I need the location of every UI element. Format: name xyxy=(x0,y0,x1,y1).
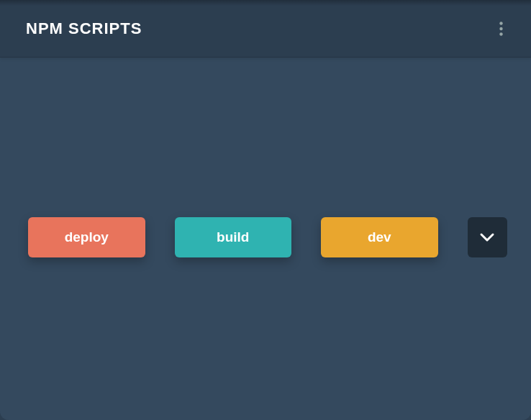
panel-title: NPM SCRIPTS xyxy=(26,19,142,38)
expand-scripts-button[interactable] xyxy=(468,217,507,257)
panel-header: NPM SCRIPTS xyxy=(0,0,531,58)
chevron-down-icon xyxy=(479,232,495,242)
svg-point-1 xyxy=(499,27,502,29)
panel-content: deploy build dev xyxy=(0,58,531,420)
npm-scripts-panel: NPM SCRIPTS deploy build dev xyxy=(0,0,531,420)
more-menu-button[interactable] xyxy=(492,17,509,40)
scripts-row: deploy build dev xyxy=(28,217,507,257)
svg-point-2 xyxy=(499,32,502,35)
more-vertical-icon xyxy=(499,22,503,36)
script-button-deploy[interactable]: deploy xyxy=(28,217,145,257)
script-button-build[interactable]: build xyxy=(175,217,292,257)
svg-point-0 xyxy=(499,22,502,24)
script-button-dev[interactable]: dev xyxy=(321,217,438,257)
